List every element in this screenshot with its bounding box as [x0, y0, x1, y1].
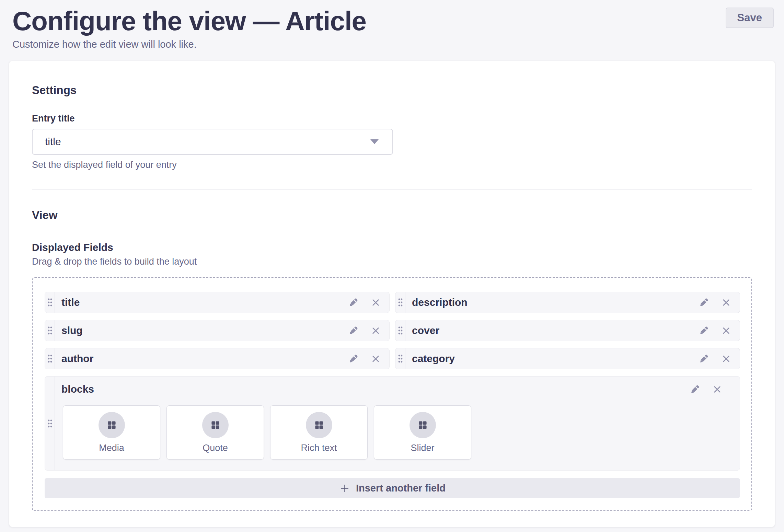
- component-card[interactable]: Slider: [374, 405, 471, 460]
- drag-dots-icon: [398, 354, 403, 363]
- component-icon-circle: [202, 412, 229, 438]
- close-icon: [722, 326, 731, 335]
- entry-title-select[interactable]: title: [32, 129, 393, 155]
- component-icon-circle: [410, 412, 436, 438]
- field-label: slug: [61, 325, 348, 336]
- edit-field-button[interactable]: [348, 325, 359, 336]
- edit-field-button[interactable]: [690, 384, 700, 395]
- edit-field-button[interactable]: [699, 325, 709, 336]
- remove-field-button[interactable]: [371, 326, 380, 335]
- pencil-icon: [348, 354, 359, 364]
- caret-down-icon: [370, 139, 379, 144]
- component-label: Rich text: [301, 443, 337, 453]
- pencil-icon: [348, 297, 359, 308]
- pencil-icon: [699, 354, 709, 364]
- drag-dots-icon: [398, 326, 403, 335]
- grid-icon: [210, 420, 221, 430]
- plus-icon: [339, 483, 350, 494]
- component-label: Quote: [203, 443, 228, 453]
- close-icon: [713, 385, 722, 394]
- row-actions: [348, 320, 389, 341]
- remove-field-button[interactable]: [713, 385, 722, 394]
- drag-handle[interactable]: [395, 320, 405, 341]
- drag-dots-icon: [47, 419, 53, 428]
- settings-heading: Settings: [32, 84, 752, 97]
- drag-dots-icon: [47, 354, 53, 363]
- edit-field-button[interactable]: [348, 297, 359, 308]
- close-icon: [371, 326, 380, 335]
- pencil-icon: [699, 297, 709, 308]
- page-title: Configure the view — Article: [12, 6, 366, 36]
- entry-title-select-value: title: [45, 136, 61, 148]
- grid-icon: [314, 420, 324, 430]
- component-card[interactable]: Rich text: [270, 405, 368, 460]
- drag-handle[interactable]: [45, 377, 55, 470]
- pencil-icon: [348, 325, 359, 336]
- remove-field-button[interactable]: [722, 354, 731, 363]
- drag-dots-icon: [398, 298, 403, 307]
- close-icon: [722, 298, 731, 307]
- field-label: title: [61, 297, 348, 308]
- field-label: category: [412, 353, 699, 365]
- row-actions: [348, 292, 389, 313]
- fields-drop-zone: title description slug: [32, 277, 752, 511]
- section-divider: [32, 189, 752, 190]
- settings-section: Settings Entry title title Set the displ…: [32, 84, 752, 170]
- component-card[interactable]: Media: [63, 405, 160, 460]
- row-actions: [699, 348, 740, 369]
- close-icon: [371, 354, 380, 363]
- drag-handle[interactable]: [45, 348, 55, 369]
- drag-handle[interactable]: [45, 292, 55, 313]
- grid-icon: [417, 420, 428, 430]
- pencil-icon: [690, 384, 700, 395]
- close-icon: [371, 298, 380, 307]
- drag-handle[interactable]: [45, 320, 55, 341]
- row-actions: [348, 348, 389, 369]
- remove-field-button[interactable]: [722, 326, 731, 335]
- drag-handle[interactable]: [395, 292, 405, 313]
- blocks-header: blocks: [61, 383, 731, 395]
- page-subtitle: Customize how the edit view will look li…: [12, 39, 366, 50]
- row-actions: [690, 384, 731, 395]
- page-header-text: Configure the view — Article Customize h…: [12, 6, 366, 50]
- field-row: slug: [45, 320, 390, 341]
- displayed-fields-label: Displayed Fields: [32, 242, 752, 253]
- edit-field-button[interactable]: [348, 354, 359, 364]
- remove-field-button[interactable]: [371, 354, 380, 363]
- field-row-blocks: blocks Media: [45, 376, 740, 471]
- grid-icon: [106, 420, 117, 430]
- insert-another-field-button[interactable]: Insert another field: [45, 478, 740, 498]
- component-icon-circle: [99, 412, 125, 438]
- field-label: author: [61, 353, 348, 365]
- component-card[interactable]: Quote: [166, 405, 264, 460]
- edit-field-button[interactable]: [699, 297, 709, 308]
- blocks-content: blocks Media: [55, 377, 740, 470]
- drag-dots-icon: [47, 298, 53, 307]
- component-label: Media: [99, 443, 124, 453]
- field-label: blocks: [61, 383, 690, 395]
- component-label: Slider: [411, 443, 434, 453]
- pencil-icon: [699, 325, 709, 336]
- drag-handle[interactable]: [395, 348, 405, 369]
- row-actions: [699, 292, 740, 313]
- entry-title-hint: Set the displayed field of your entry: [32, 160, 752, 170]
- displayed-fields-header: Displayed Fields Drag & drop the fields …: [32, 242, 752, 267]
- remove-field-button[interactable]: [722, 298, 731, 307]
- content-panel: Settings Entry title title Set the displ…: [9, 61, 775, 527]
- view-section: View Displayed Fields Drag & drop the fi…: [32, 209, 752, 511]
- field-label: cover: [412, 325, 699, 336]
- insert-another-field-label: Insert another field: [356, 483, 446, 494]
- save-button[interactable]: Save: [726, 8, 774, 28]
- page-header: Configure the view — Article Customize h…: [0, 0, 784, 50]
- close-icon: [722, 354, 731, 363]
- configure-view-page: Configure the view — Article Customize h…: [0, 0, 784, 532]
- entry-title-label: Entry title: [32, 113, 752, 124]
- field-row: category: [395, 348, 740, 369]
- fields-grid: title description slug: [45, 292, 740, 369]
- field-row: cover: [395, 320, 740, 341]
- remove-field-button[interactable]: [371, 298, 380, 307]
- field-row: author: [45, 348, 390, 369]
- edit-field-button[interactable]: [699, 354, 709, 364]
- field-row: description: [395, 292, 740, 313]
- view-heading: View: [32, 209, 752, 222]
